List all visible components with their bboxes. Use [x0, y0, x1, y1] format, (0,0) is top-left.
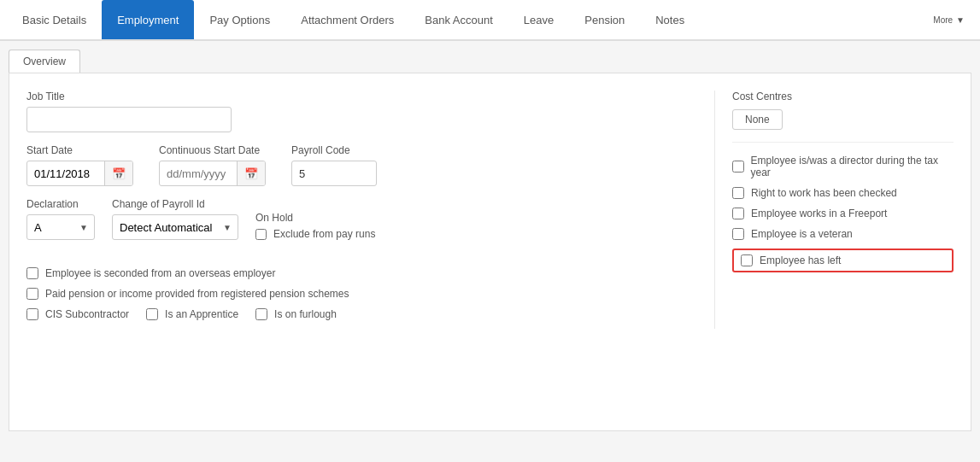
right-to-work-checkbox[interactable]	[732, 187, 744, 199]
director-row: Employee is/was a director during the ta…	[732, 155, 954, 178]
right-to-work-row: Right to work has been checked	[732, 187, 954, 199]
declaration-field: Declaration A B C ▼	[26, 198, 95, 240]
furlough-checkbox[interactable]	[255, 308, 267, 320]
change-payroll-label: Change of Payroll Id	[112, 198, 238, 210]
pension-checkbox[interactable]	[26, 288, 38, 300]
on-hold-label: On Hold	[255, 212, 375, 224]
continuous-start-date-input[interactable]	[160, 163, 237, 184]
veteran-row: Employee is a veteran	[732, 228, 954, 240]
tab-bar: Basic Details Employment Pay Options Att…	[0, 0, 980, 41]
freeport-checkbox[interactable]	[732, 208, 744, 219]
freeport-row: Employee works in a Freeport	[732, 208, 954, 219]
seconded-checkbox[interactable]	[26, 267, 38, 279]
tab-leave[interactable]: Leave	[508, 0, 569, 39]
tab-pension[interactable]: Pension	[569, 0, 640, 39]
apprentice-row: Is an Apprentice	[146, 308, 238, 320]
pension-row: Paid pension or income provided from reg…	[26, 288, 680, 300]
continuous-start-date-calendar-button[interactable]: 📅	[237, 161, 265, 185]
start-date-field: Start Date 📅	[26, 144, 133, 186]
payroll-code-label: Payroll Code	[291, 144, 377, 156]
pension-label: Paid pension or income provided from reg…	[45, 288, 349, 300]
seconded-label: Employee is seconded from an overseas em…	[45, 267, 275, 279]
change-payroll-select[interactable]: Detect Automatical Manual	[112, 214, 238, 240]
form-right: Cost Centres None Employee is/was a dire…	[714, 91, 954, 329]
form-layout: Job Title Start Date 📅	[26, 91, 954, 329]
declaration-select[interactable]: A B C	[26, 214, 95, 240]
chevron-down-icon: ▼	[956, 15, 965, 25]
start-date-calendar-button[interactable]: 📅	[104, 161, 132, 185]
exclude-from-pay-runs-label: Exclude from pay runs	[273, 228, 375, 240]
form-left: Job Title Start Date 📅	[26, 91, 680, 329]
change-payroll-select-wrap: Detect Automatical Manual ▼	[112, 214, 238, 240]
declaration-select-wrap: A B C ▼	[26, 214, 95, 240]
form-panel: Job Title Start Date 📅	[9, 73, 971, 431]
on-hold-wrap: Exclude from pay runs	[255, 228, 375, 240]
date-row: Start Date 📅 Continuous Start Date	[26, 144, 680, 186]
calendar-icon: 📅	[112, 167, 126, 180]
director-checkbox[interactable]	[732, 161, 744, 173]
seconded-row: Employee is seconded from an overseas em…	[26, 267, 680, 279]
veteran-label: Employee is a veteran	[751, 228, 853, 240]
furlough-row: Is on furlough	[255, 308, 337, 320]
tab-bank-account[interactable]: Bank Account	[409, 0, 508, 39]
tab-pay-options[interactable]: Pay Options	[194, 0, 285, 39]
job-title-input[interactable]	[26, 107, 232, 132]
start-date-input[interactable]	[27, 163, 104, 184]
employee-has-left-row: Employee has left	[732, 249, 954, 272]
controls-row: Declaration A B C ▼ Change of Payroll Id	[26, 198, 680, 252]
start-date-wrap: 📅	[26, 161, 133, 186]
cost-centres-label: Cost Centres	[732, 91, 954, 102]
tab-attachment-orders[interactable]: Attachment Orders	[285, 0, 409, 39]
freeport-label: Employee works in a Freeport	[751, 208, 887, 219]
veteran-checkbox[interactable]	[732, 228, 744, 240]
cis-row: CIS Subcontractor	[26, 308, 129, 320]
start-date-label: Start Date	[26, 144, 133, 156]
director-label: Employee is/was a director during the ta…	[751, 155, 954, 178]
tab-basic-details[interactable]: Basic Details	[7, 0, 102, 39]
exclude-from-pay-runs-checkbox[interactable]	[255, 229, 267, 240]
furlough-label: Is on furlough	[274, 308, 337, 320]
job-title-label: Job Title	[26, 91, 680, 102]
cis-checkbox[interactable]	[26, 308, 38, 320]
continuous-start-date-wrap: 📅	[159, 161, 266, 186]
declaration-label: Declaration	[26, 198, 95, 210]
payroll-code-input[interactable]	[291, 161, 377, 186]
tab-employment[interactable]: Employment	[102, 0, 194, 39]
continuous-start-date-field: Continuous Start Date 📅	[159, 144, 266, 186]
bottom-checkboxes-row: CIS Subcontractor Is an Apprentice Is on…	[26, 308, 680, 329]
employee-has-left-label: Employee has left	[760, 254, 841, 266]
change-payroll-field: Change of Payroll Id Detect Automatical …	[112, 198, 238, 240]
tab-more[interactable]: More ▼	[921, 0, 973, 39]
apprentice-checkbox[interactable]	[146, 308, 158, 320]
job-title-field: Job Title	[26, 91, 680, 132]
payroll-code-field: Payroll Code	[291, 144, 377, 186]
continuous-start-date-label: Continuous Start Date	[159, 144, 266, 156]
content-area: Overview Job Title Start Date	[0, 41, 980, 462]
apprentice-label: Is an Apprentice	[165, 308, 238, 320]
overview-tab[interactable]: Overview	[9, 50, 80, 73]
right-divider	[732, 142, 954, 143]
right-to-work-label: Right to work has been checked	[751, 187, 897, 199]
calendar-icon: 📅	[244, 167, 258, 180]
none-button[interactable]: None	[732, 109, 783, 130]
employee-has-left-checkbox[interactable]	[741, 254, 753, 266]
on-hold-field: On Hold Exclude from pay runs	[255, 212, 375, 240]
tab-notes[interactable]: Notes	[640, 0, 700, 39]
cis-label: CIS Subcontractor	[45, 308, 129, 320]
